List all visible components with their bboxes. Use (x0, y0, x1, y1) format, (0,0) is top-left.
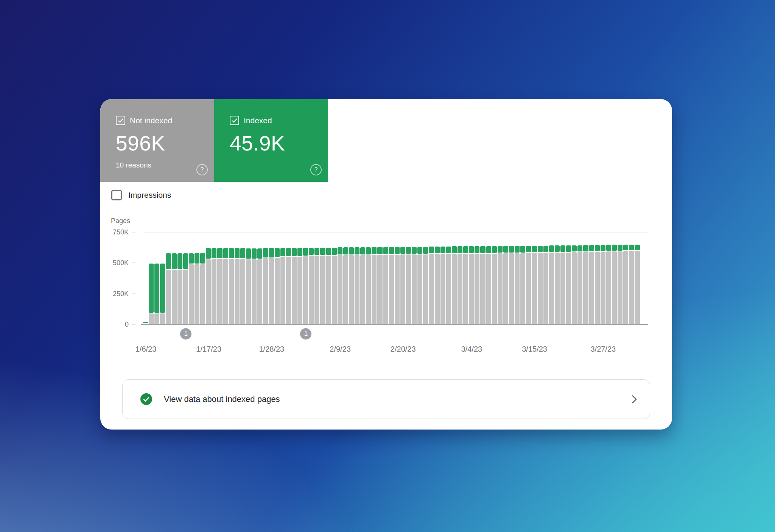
y-tick-750K: 750K (100, 228, 129, 236)
y-axis-title: Pages (111, 217, 130, 225)
chevron-right-icon (632, 395, 637, 404)
page-indexing-card: Not indexed 596K 10 reasons ? Indexed 45… (100, 99, 672, 430)
checkmark-icon (143, 397, 149, 402)
view-indexed-data-label: View data about indexed pages (164, 394, 280, 404)
y-tick-250K: 250K (100, 290, 129, 298)
checkmark-icon (118, 118, 123, 123)
y-tick-0: 0 (100, 321, 129, 329)
y-tick-mark (132, 324, 135, 325)
x-tick-3/4/23: 3/4/23 (461, 345, 482, 354)
view-indexed-data-link[interactable]: View data about indexed pages (122, 379, 650, 419)
x-tick-1/28/23: 1/28/23 (259, 345, 284, 354)
not-indexed-checkbox[interactable] (116, 116, 125, 125)
impressions-checkbox[interactable] (111, 190, 122, 200)
x-tick-1/17/23: 1/17/23 (196, 345, 221, 354)
x-tick-2/9/23: 2/9/23 (330, 345, 351, 354)
x-tick-3/27/23: 3/27/23 (590, 345, 616, 354)
x-tick-3/15/23: 3/15/23 (522, 345, 547, 354)
annotation-marker-1/13/23[interactable]: 1 (180, 328, 191, 340)
y-tick-mark (132, 293, 135, 294)
y-tick-mark (132, 262, 135, 263)
annotation-marker-2/3/23[interactable]: 1 (300, 328, 311, 340)
y-tick-mark (132, 232, 135, 233)
y-tick-500K: 500K (100, 259, 129, 267)
check-circle-icon (140, 393, 152, 405)
x-tick-2/20/23: 2/20/23 (391, 345, 416, 354)
x-tick-1/6/23: 1/6/23 (135, 345, 157, 354)
background-gradient: Not indexed 596K 10 reasons ? Indexed 45… (0, 0, 775, 532)
